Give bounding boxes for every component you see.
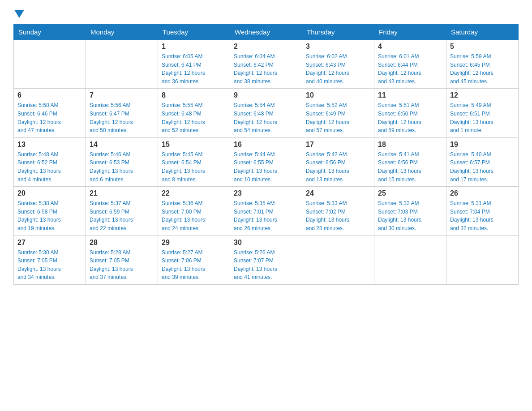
svg-marker-0 bbox=[14, 10, 24, 18]
calendar-cell: 10Sunrise: 5:52 AM Sunset: 6:49 PM Dayli… bbox=[302, 89, 374, 137]
day-number: 29 bbox=[162, 239, 226, 247]
day-info: Sunrise: 5:36 AM Sunset: 7:00 PM Dayligh… bbox=[162, 199, 226, 232]
day-number: 30 bbox=[234, 239, 298, 247]
calendar-cell: 13Sunrise: 5:48 AM Sunset: 6:52 PM Dayli… bbox=[14, 137, 86, 186]
day-number: 3 bbox=[306, 43, 370, 51]
day-info: Sunrise: 5:58 AM Sunset: 6:46 PM Dayligh… bbox=[17, 101, 82, 134]
day-number: 13 bbox=[17, 141, 82, 149]
day-number: 17 bbox=[306, 141, 370, 149]
calendar-cell: 22Sunrise: 5:36 AM Sunset: 7:00 PM Dayli… bbox=[158, 187, 230, 235]
calendar-week-2: 6Sunrise: 5:58 AM Sunset: 6:46 PM Daylig… bbox=[14, 89, 519, 137]
calendar-cell: 30Sunrise: 5:26 AM Sunset: 7:07 PM Dayli… bbox=[230, 235, 302, 284]
calendar-cell bbox=[446, 235, 519, 284]
day-info: Sunrise: 5:52 AM Sunset: 6:49 PM Dayligh… bbox=[306, 101, 370, 134]
calendar-week-1: 1Sunrise: 6:05 AM Sunset: 6:41 PM Daylig… bbox=[14, 40, 519, 89]
calendar-cell: 9Sunrise: 5:54 AM Sunset: 6:48 PM Daylig… bbox=[230, 89, 302, 137]
calendar-cell bbox=[302, 235, 374, 284]
calendar-cell: 7Sunrise: 5:56 AM Sunset: 6:47 PM Daylig… bbox=[86, 89, 158, 137]
logo bbox=[13, 9, 24, 20]
day-number: 20 bbox=[17, 189, 82, 197]
day-info: Sunrise: 6:01 AM Sunset: 6:44 PM Dayligh… bbox=[378, 52, 442, 86]
calendar-cell: 21Sunrise: 5:37 AM Sunset: 6:59 PM Dayli… bbox=[86, 187, 158, 235]
day-number: 2 bbox=[234, 43, 298, 51]
day-of-week-friday: Friday bbox=[374, 25, 446, 40]
day-info: Sunrise: 5:27 AM Sunset: 7:06 PM Dayligh… bbox=[162, 248, 226, 282]
day-info: Sunrise: 5:33 AM Sunset: 7:02 PM Dayligh… bbox=[306, 199, 370, 232]
day-info: Sunrise: 5:41 AM Sunset: 6:56 PM Dayligh… bbox=[378, 150, 442, 184]
calendar-week-5: 27Sunrise: 5:30 AM Sunset: 7:05 PM Dayli… bbox=[14, 235, 519, 284]
calendar-cell: 29Sunrise: 5:27 AM Sunset: 7:06 PM Dayli… bbox=[158, 235, 230, 284]
day-number: 12 bbox=[450, 91, 515, 99]
day-info: Sunrise: 5:40 AM Sunset: 6:57 PM Dayligh… bbox=[450, 150, 515, 184]
day-number: 27 bbox=[17, 239, 82, 247]
day-info: Sunrise: 5:38 AM Sunset: 6:58 PM Dayligh… bbox=[17, 199, 82, 232]
calendar-cell: 20Sunrise: 5:38 AM Sunset: 6:58 PM Dayli… bbox=[14, 187, 86, 235]
day-info: Sunrise: 5:42 AM Sunset: 6:56 PM Dayligh… bbox=[306, 150, 370, 184]
calendar-table: SundayMondayTuesdayWednesdayThursdayFrid… bbox=[13, 24, 519, 285]
calendar-cell bbox=[374, 235, 446, 284]
day-of-week-monday: Monday bbox=[86, 25, 158, 40]
day-info: Sunrise: 5:32 AM Sunset: 7:03 PM Dayligh… bbox=[378, 199, 442, 232]
day-number: 9 bbox=[234, 91, 298, 99]
day-number: 7 bbox=[90, 91, 154, 99]
day-number: 5 bbox=[450, 43, 515, 51]
day-info: Sunrise: 6:02 AM Sunset: 6:43 PM Dayligh… bbox=[306, 52, 370, 86]
calendar-cell: 5Sunrise: 5:59 AM Sunset: 6:45 PM Daylig… bbox=[446, 40, 519, 89]
day-info: Sunrise: 5:45 AM Sunset: 6:54 PM Dayligh… bbox=[162, 150, 226, 184]
calendar-cell: 28Sunrise: 5:28 AM Sunset: 7:05 PM Dayli… bbox=[86, 235, 158, 284]
day-number: 19 bbox=[450, 141, 515, 149]
day-info: Sunrise: 5:31 AM Sunset: 7:04 PM Dayligh… bbox=[450, 199, 515, 232]
calendar-cell: 27Sunrise: 5:30 AM Sunset: 7:05 PM Dayli… bbox=[14, 235, 86, 284]
calendar-cell: 16Sunrise: 5:44 AM Sunset: 6:55 PM Dayli… bbox=[230, 137, 302, 186]
day-info: Sunrise: 5:51 AM Sunset: 6:50 PM Dayligh… bbox=[378, 101, 442, 134]
day-info: Sunrise: 6:05 AM Sunset: 6:41 PM Dayligh… bbox=[162, 52, 226, 86]
day-info: Sunrise: 5:26 AM Sunset: 7:07 PM Dayligh… bbox=[234, 248, 298, 282]
day-number: 1 bbox=[162, 43, 226, 51]
day-number: 10 bbox=[306, 91, 370, 99]
day-info: Sunrise: 5:56 AM Sunset: 6:47 PM Dayligh… bbox=[90, 101, 154, 134]
calendar-cell: 2Sunrise: 6:04 AM Sunset: 6:42 PM Daylig… bbox=[230, 40, 302, 89]
calendar-cell: 14Sunrise: 5:46 AM Sunset: 6:53 PM Dayli… bbox=[86, 137, 158, 186]
calendar-cell: 8Sunrise: 5:55 AM Sunset: 6:48 PM Daylig… bbox=[158, 89, 230, 137]
calendar-body: 1Sunrise: 6:05 AM Sunset: 6:41 PM Daylig… bbox=[14, 40, 519, 285]
page-header bbox=[13, 9, 519, 20]
calendar-header: SundayMondayTuesdayWednesdayThursdayFrid… bbox=[14, 25, 519, 40]
day-of-week-tuesday: Tuesday bbox=[158, 25, 230, 40]
day-info: Sunrise: 5:59 AM Sunset: 6:45 PM Dayligh… bbox=[450, 52, 515, 86]
day-of-week-sunday: Sunday bbox=[14, 25, 86, 40]
calendar-cell bbox=[86, 40, 158, 89]
calendar-cell: 17Sunrise: 5:42 AM Sunset: 6:56 PM Dayli… bbox=[302, 137, 374, 186]
day-number: 16 bbox=[234, 141, 298, 149]
day-number: 6 bbox=[17, 91, 82, 99]
day-info: Sunrise: 5:46 AM Sunset: 6:53 PM Dayligh… bbox=[90, 150, 154, 184]
day-of-week-wednesday: Wednesday bbox=[230, 25, 302, 40]
day-number: 22 bbox=[162, 189, 226, 197]
logo-triangle-icon bbox=[14, 10, 24, 20]
day-info: Sunrise: 5:49 AM Sunset: 6:51 PM Dayligh… bbox=[450, 101, 515, 134]
calendar-cell: 1Sunrise: 6:05 AM Sunset: 6:41 PM Daylig… bbox=[158, 40, 230, 89]
day-info: Sunrise: 5:48 AM Sunset: 6:52 PM Dayligh… bbox=[17, 150, 82, 184]
calendar-week-3: 13Sunrise: 5:48 AM Sunset: 6:52 PM Dayli… bbox=[14, 137, 519, 186]
day-info: Sunrise: 5:54 AM Sunset: 6:48 PM Dayligh… bbox=[234, 101, 298, 134]
calendar-cell: 11Sunrise: 5:51 AM Sunset: 6:50 PM Dayli… bbox=[374, 89, 446, 137]
day-info: Sunrise: 6:04 AM Sunset: 6:42 PM Dayligh… bbox=[234, 52, 298, 86]
calendar-cell: 24Sunrise: 5:33 AM Sunset: 7:02 PM Dayli… bbox=[302, 187, 374, 235]
day-info: Sunrise: 5:37 AM Sunset: 6:59 PM Dayligh… bbox=[90, 199, 154, 232]
day-info: Sunrise: 5:44 AM Sunset: 6:55 PM Dayligh… bbox=[234, 150, 298, 184]
calendar-cell: 19Sunrise: 5:40 AM Sunset: 6:57 PM Dayli… bbox=[446, 137, 519, 186]
calendar-cell: 23Sunrise: 5:35 AM Sunset: 7:01 PM Dayli… bbox=[230, 187, 302, 235]
day-number: 21 bbox=[90, 189, 154, 197]
day-number: 23 bbox=[234, 189, 298, 197]
calendar-cell: 18Sunrise: 5:41 AM Sunset: 6:56 PM Dayli… bbox=[374, 137, 446, 186]
day-number: 15 bbox=[162, 141, 226, 149]
calendar-cell: 26Sunrise: 5:31 AM Sunset: 7:04 PM Dayli… bbox=[446, 187, 519, 235]
day-number: 14 bbox=[90, 141, 154, 149]
day-info: Sunrise: 5:55 AM Sunset: 6:48 PM Dayligh… bbox=[162, 101, 226, 134]
day-number: 28 bbox=[90, 239, 154, 247]
days-of-week-row: SundayMondayTuesdayWednesdayThursdayFrid… bbox=[14, 25, 519, 40]
calendar-cell: 25Sunrise: 5:32 AM Sunset: 7:03 PM Dayli… bbox=[374, 187, 446, 235]
day-of-week-saturday: Saturday bbox=[446, 25, 519, 40]
day-number: 26 bbox=[450, 189, 515, 197]
day-number: 18 bbox=[378, 141, 442, 149]
calendar-cell: 4Sunrise: 6:01 AM Sunset: 6:44 PM Daylig… bbox=[374, 40, 446, 89]
